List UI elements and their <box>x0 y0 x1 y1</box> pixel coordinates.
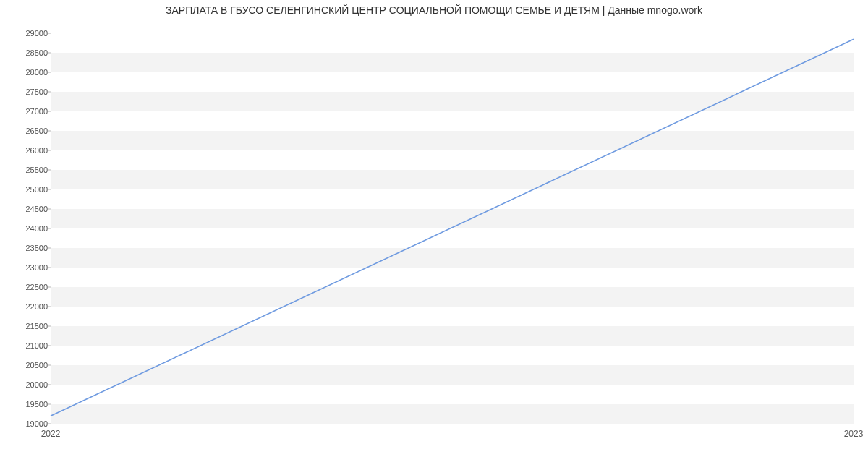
y-tick-label: 21000 <box>4 341 48 350</box>
y-tick <box>48 307 51 307</box>
y-tick-label: 23500 <box>4 244 48 252</box>
y-tick <box>48 287 51 288</box>
y-tick-label: 29000 <box>4 29 48 38</box>
y-tick-label: 28500 <box>4 48 48 57</box>
y-tick <box>48 209 51 210</box>
y-tick <box>48 268 51 268</box>
x-tick-label: 2023 <box>844 429 864 439</box>
y-tick <box>48 170 51 171</box>
y-tick-label: 27500 <box>4 87 48 96</box>
y-tick-label: 26500 <box>4 127 48 135</box>
plot-area <box>51 33 854 424</box>
y-tick-label: 23000 <box>4 263 48 272</box>
series-line <box>51 39 854 416</box>
y-tick <box>48 404 51 405</box>
y-tick-label: 24500 <box>4 205 48 213</box>
y-tick-label: 27000 <box>4 107 48 116</box>
y-tick <box>48 385 51 385</box>
y-tick-label: 22000 <box>4 302 48 311</box>
y-tick <box>48 72 51 73</box>
chart-container: ЗАРПЛАТА В ГБУСО СЕЛЕНГИНСКИЙ ЦЕНТР СОЦИ… <box>0 0 868 470</box>
y-tick-label: 22500 <box>4 283 48 291</box>
y-tick <box>48 33 51 34</box>
chart-title: ЗАРПЛАТА В ГБУСО СЕЛЕНГИНСКИЙ ЦЕНТР СОЦИ… <box>0 4 868 16</box>
y-tick-label: 20500 <box>4 361 48 369</box>
y-tick <box>48 92 51 93</box>
y-tick <box>48 131 51 132</box>
x-tick-label: 2022 <box>41 429 61 439</box>
y-tick <box>48 346 51 346</box>
y-tick <box>48 326 51 327</box>
y-tick <box>48 189 51 190</box>
y-tick-label: 24000 <box>4 224 48 233</box>
y-tick-label: 28000 <box>4 68 48 77</box>
y-tick <box>48 228 51 229</box>
y-tick-label: 26000 <box>4 146 48 155</box>
y-tick <box>48 150 51 151</box>
line-svg <box>51 33 854 424</box>
y-tick <box>48 424 51 424</box>
y-tick-label: 25000 <box>4 185 48 194</box>
y-tick-label: 19000 <box>4 419 48 428</box>
y-tick <box>48 111 51 112</box>
y-tick-label: 20000 <box>4 380 48 389</box>
y-tick <box>48 248 51 249</box>
y-tick <box>48 365 51 366</box>
y-tick-label: 19500 <box>4 400 48 409</box>
y-tick-label: 21500 <box>4 322 48 330</box>
y-tick-label: 25500 <box>4 166 48 174</box>
y-tick <box>48 53 51 54</box>
